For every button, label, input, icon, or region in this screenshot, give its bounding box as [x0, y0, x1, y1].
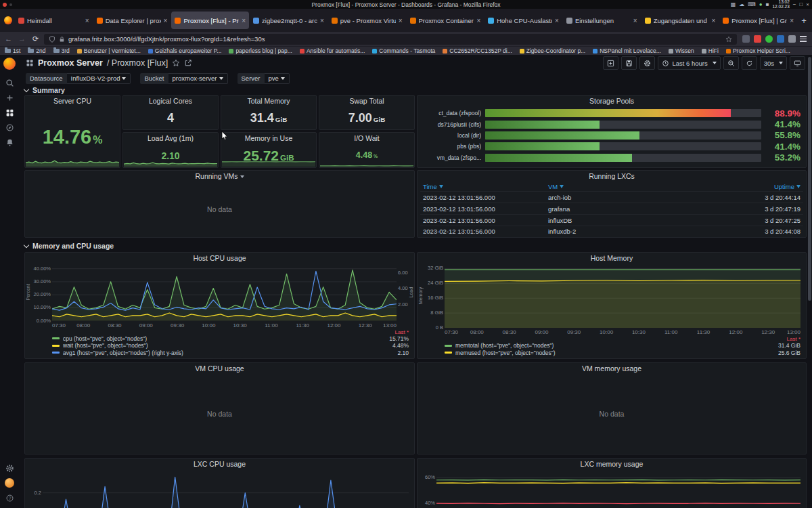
- tray-apps-icon[interactable]: ▦: [731, 2, 736, 7]
- panel-title[interactable]: Total Memory: [221, 96, 316, 106]
- browser-tab[interactable]: Hohe CPU-Auslastung: Ho...×: [484, 12, 562, 29]
- panel-title[interactable]: VM CPU usage: [25, 363, 414, 374]
- browser-tab[interactable]: Heimdall×: [15, 12, 93, 29]
- panel-title[interactable]: Logical Cores: [123, 96, 218, 106]
- panel-menu-caret-icon[interactable]: [240, 175, 244, 178]
- tab-close-button[interactable]: ×: [320, 17, 324, 24]
- browser-tab[interactable]: Einstellungen×: [563, 12, 641, 29]
- lock-icon[interactable]: [59, 36, 65, 43]
- bookmark-item[interactable]: HiFi: [702, 47, 719, 54]
- bookmark-item[interactable]: Ansible für automatis...: [300, 47, 365, 54]
- ublock-icon[interactable]: [754, 35, 761, 43]
- save-dashboard-button[interactable]: [621, 56, 637, 70]
- privacy-icon[interactable]: [765, 35, 773, 43]
- bookmark-item[interactable]: paperless blog | pap...: [229, 47, 292, 54]
- create-icon[interactable]: [2, 90, 17, 105]
- panel-title[interactable]: Server CPU: [25, 96, 120, 106]
- browser-tab[interactable]: Proxmox [Flux] | Grafana×: [719, 12, 797, 29]
- bookmark-item[interactable]: Benutzer | Vermietet...: [77, 47, 141, 54]
- bookmark-item[interactable]: 3rd: [53, 47, 70, 54]
- cycle-view-button[interactable]: [790, 56, 805, 70]
- panel-title[interactable]: Storage Pools: [418, 96, 806, 106]
- bookmark-item[interactable]: Proxmox Helper Scri...: [726, 47, 790, 54]
- browser-tab[interactable]: Data Explorer | proxmox...×: [93, 12, 171, 29]
- panel-title[interactable]: Host CPU usage: [25, 253, 414, 263]
- settings-gear-icon[interactable]: [2, 461, 17, 475]
- panel-title[interactable]: I/O Wait: [319, 133, 414, 144]
- bookmark-item[interactable]: Zigbee-Coordinator p...: [520, 47, 585, 54]
- tab-close-button[interactable]: ×: [790, 17, 794, 24]
- column-header-time[interactable]: Time: [423, 183, 548, 190]
- variable-value-dropdown[interactable]: proxmox-server: [168, 73, 228, 84]
- zoom-out-button[interactable]: [723, 56, 739, 70]
- extensions-puzzle-icon[interactable]: [788, 35, 796, 43]
- bookmark-item[interactable]: Commands - Tasmota: [372, 47, 435, 54]
- panel-title[interactable]: Swap Total: [319, 96, 414, 106]
- browser-tab[interactable]: Proxmox [Flux] - Proxmox...×: [171, 12, 249, 29]
- bookmark-item[interactable]: 1st: [5, 47, 20, 54]
- alerting-bell-icon[interactable]: [2, 135, 17, 150]
- legend-item[interactable]: memtotal (host="pve", object="nodes")31.…: [445, 342, 800, 350]
- tray-status-icon[interactable]: ●: [759, 2, 763, 7]
- bookmark-star-icon[interactable]: [725, 36, 732, 43]
- refresh-button[interactable]: [742, 56, 757, 70]
- tray-keyboard-icon[interactable]: ⌨: [748, 2, 756, 7]
- browser-tab[interactable]: Proxmox Container Toolkit×: [407, 12, 484, 29]
- legend-last-column[interactable]: Last *: [395, 329, 409, 335]
- row-header-summary[interactable]: Summary: [24, 86, 65, 94]
- panel-title[interactable]: Running LXCs: [418, 171, 806, 182]
- browser-tab[interactable]: Zugangsdaten und Passw...×: [641, 12, 719, 29]
- panel-title[interactable]: Memory in Use: [221, 133, 316, 144]
- tab-close-button[interactable]: ×: [242, 17, 246, 24]
- reload-button[interactable]: ⟳: [30, 35, 41, 43]
- filter-icon[interactable]: [796, 185, 800, 188]
- legend-item[interactable]: avg1 (host="pve", object="nodes") (right…: [52, 350, 409, 357]
- tab-close-button[interactable]: ×: [711, 17, 715, 24]
- variable-value-dropdown[interactable]: InfluxDB-V2-prod: [67, 73, 131, 84]
- column-header-uptime[interactable]: Uptime: [736, 183, 800, 190]
- browser-tab[interactable]: zigbee2mqtt-0 - arch-iob×: [250, 12, 328, 29]
- filter-icon[interactable]: [560, 185, 564, 188]
- window-minimize-button[interactable]: −: [793, 2, 796, 7]
- firefox-menu-button[interactable]: [1, 12, 15, 29]
- legend-last-column[interactable]: Last *: [787, 336, 800, 342]
- bookmark-item[interactable]: CC2652R/CC1352P di...: [443, 47, 512, 54]
- panel-title[interactable]: Load Avg (1m): [123, 133, 218, 144]
- password-manager-icon[interactable]: [777, 35, 784, 43]
- variable-value-dropdown[interactable]: pve: [265, 73, 290, 84]
- shield-icon[interactable]: [49, 36, 55, 43]
- explore-compass-icon[interactable]: [2, 120, 17, 135]
- tray-network-icon[interactable]: ■: [766, 2, 769, 7]
- favorite-star-icon[interactable]: [172, 59, 180, 67]
- window-maximize-button[interactable]: □: [799, 2, 803, 7]
- help-icon[interactable]: ?: [2, 490, 17, 505]
- breadcrumb-dashboard[interactable]: / Proxmox [Flux]: [107, 58, 168, 68]
- grafana-logo[interactable]: [3, 58, 16, 70]
- url-bar[interactable]: grafana.fritz.box:3000/d/lfgdXjtnk/proxm…: [44, 34, 737, 45]
- refresh-interval-dropdown[interactable]: 30s: [760, 56, 787, 70]
- user-avatar[interactable]: [2, 475, 17, 490]
- bookmark-item[interactable]: Wissen: [669, 47, 694, 54]
- new-tab-button[interactable]: +: [797, 12, 811, 28]
- filter-icon[interactable]: [439, 185, 443, 188]
- page-scrollbar[interactable]: [808, 57, 811, 301]
- panel-title[interactable]: LXC CPU usage: [25, 459, 414, 469]
- bookmark-item[interactable]: NSPanel mit Lovelace...: [593, 47, 661, 54]
- row-header-memory-cpu[interactable]: Memory and CPU usage: [24, 242, 114, 250]
- dashboards-icon[interactable]: [2, 105, 17, 120]
- extension-icon[interactable]: [742, 35, 750, 43]
- panel-title[interactable]: Host Memory: [418, 253, 806, 263]
- panel-title[interactable]: LXC memory usage: [418, 459, 806, 469]
- column-header-vm[interactable]: VM: [548, 183, 736, 190]
- legend-item[interactable]: cpu (host="pve", object="nodes")15.71%: [52, 335, 409, 343]
- legend-item[interactable]: memused (host="pve", object="nodes")25.6…: [445, 350, 800, 357]
- tab-close-button[interactable]: ×: [633, 17, 637, 24]
- window-close-button[interactable]: ×: [806, 2, 809, 7]
- dashboard-settings-button[interactable]: [639, 56, 655, 70]
- share-icon[interactable]: [184, 59, 192, 67]
- search-icon[interactable]: [2, 75, 17, 90]
- tab-close-button[interactable]: ×: [476, 17, 480, 24]
- time-range-picker[interactable]: Last 6 hours: [658, 56, 720, 70]
- bookmark-item[interactable]: 2nd: [28, 47, 45, 54]
- forward-button[interactable]: →: [17, 35, 27, 43]
